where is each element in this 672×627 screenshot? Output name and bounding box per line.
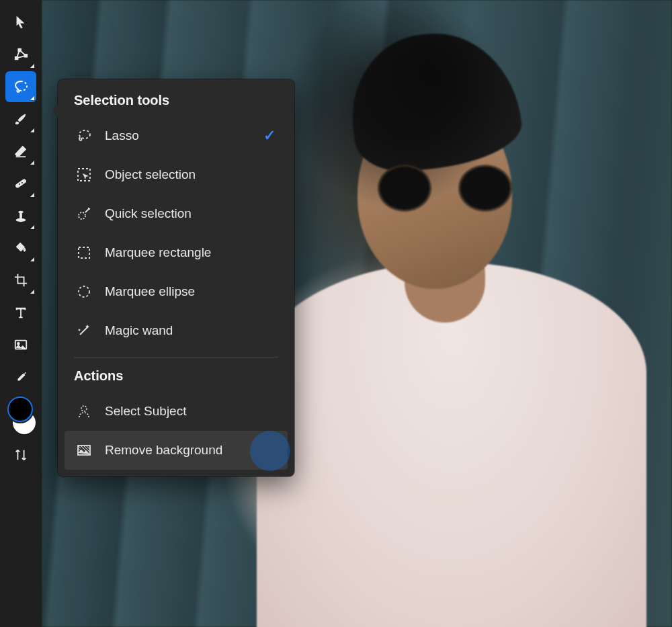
menu-item-label: Marquee ellipse	[105, 284, 195, 299]
menu-separator	[74, 357, 278, 358]
eyedropper-icon	[13, 370, 28, 384]
fill-tool[interactable]	[5, 233, 36, 263]
menu-item-label: Quick selection	[105, 206, 192, 221]
submenu-indicator-icon	[30, 128, 34, 132]
menu-item-quick-selection[interactable]: Quick selection	[65, 194, 288, 233]
brush-tool[interactable]	[5, 103, 36, 134]
submenu-indicator-icon	[30, 161, 34, 165]
submenu-indicator-icon	[30, 64, 34, 68]
tools-toolbar	[0, 0, 42, 627]
svg-point-5	[22, 182, 23, 183]
submenu-indicator-icon	[30, 290, 34, 294]
menu-item-select-subject[interactable]: Select Subject	[65, 392, 288, 431]
clone-stamp-icon	[13, 208, 28, 223]
color-swatches[interactable]	[6, 398, 36, 434]
canvas-photo-placeholder	[250, 27, 646, 627]
menu-item-object-selection[interactable]: Object selection	[65, 155, 288, 194]
svg-point-4	[19, 183, 20, 185]
submenu-indicator-icon	[30, 193, 34, 197]
menu-item-marquee-ellipse[interactable]: Marquee ellipse	[65, 272, 288, 311]
menu-item-label: Magic wand	[105, 323, 173, 338]
type-icon	[13, 305, 28, 320]
arrow-cursor-icon	[13, 15, 28, 30]
flyout-heading-actions: Actions	[65, 368, 288, 392]
remove-background-icon	[75, 442, 93, 459]
eyedropper-tool[interactable]	[5, 362, 36, 392]
bandage-icon	[13, 175, 29, 192]
svg-rect-1	[18, 49, 21, 52]
svg-rect-2	[25, 54, 28, 57]
brush-icon	[13, 112, 28, 126]
lasso-tool[interactable]	[5, 71, 36, 102]
submenu-indicator-icon	[30, 96, 34, 100]
menu-item-label: Object selection	[105, 167, 196, 182]
menu-item-label: Marquee rectangle	[105, 245, 211, 260]
menu-item-marquee-rectangle[interactable]: Marquee rectangle	[65, 233, 288, 272]
svg-point-16	[81, 406, 87, 411]
submenu-indicator-icon	[30, 225, 34, 229]
marquee-ellipse-icon	[75, 283, 93, 300]
foreground-color-chip[interactable]	[9, 398, 32, 421]
menu-item-label: Remove background	[105, 443, 222, 458]
lasso-icon	[75, 127, 93, 144]
marquee-rectangle-icon	[75, 244, 93, 261]
svg-point-11	[79, 130, 90, 138]
image-icon	[13, 337, 28, 352]
transform-icon	[13, 47, 28, 62]
svg-rect-14	[79, 247, 89, 258]
object-selection-icon	[75, 166, 93, 183]
flyout-heading-selection: Selection tools	[65, 93, 288, 116]
selection-tools-flyout: Selection tools Lasso ✓ Object selection…	[58, 79, 294, 476]
menu-item-magic-wand[interactable]: Magic wand	[65, 311, 288, 350]
checkmark-icon: ✓	[263, 127, 276, 144]
swap-arrows-icon	[13, 448, 28, 462]
text-tool[interactable]	[5, 297, 36, 328]
heal-tool[interactable]	[5, 168, 36, 199]
move-tool[interactable]	[5, 7, 36, 38]
quick-selection-icon	[75, 205, 93, 222]
lasso-icon	[13, 79, 29, 95]
svg-point-8	[18, 211, 23, 214]
menu-item-lasso[interactable]: Lasso ✓	[65, 116, 288, 155]
svg-point-10	[17, 343, 19, 345]
swap-colors-button[interactable]	[5, 440, 36, 470]
place-image-tool[interactable]	[5, 329, 36, 360]
svg-rect-3	[15, 178, 27, 188]
menu-item-label: Lasso	[105, 128, 139, 143]
crop-tool[interactable]	[5, 265, 36, 296]
select-subject-icon	[75, 403, 93, 420]
crop-icon	[13, 273, 28, 288]
click-ripple	[250, 431, 290, 471]
svg-point-15	[79, 286, 89, 297]
magic-wand-icon	[75, 322, 93, 339]
svg-rect-0	[15, 57, 18, 60]
menu-item-label: Select Subject	[105, 404, 186, 419]
menu-item-remove-background[interactable]: Remove background	[65, 431, 288, 470]
paint-bucket-icon	[13, 241, 28, 255]
svg-point-13	[79, 212, 85, 219]
transform-tool[interactable]	[5, 39, 36, 70]
eraser-icon	[13, 144, 28, 159]
eraser-tool[interactable]	[5, 136, 36, 167]
clone-tool[interactable]	[5, 200, 36, 231]
submenu-indicator-icon	[30, 257, 34, 261]
